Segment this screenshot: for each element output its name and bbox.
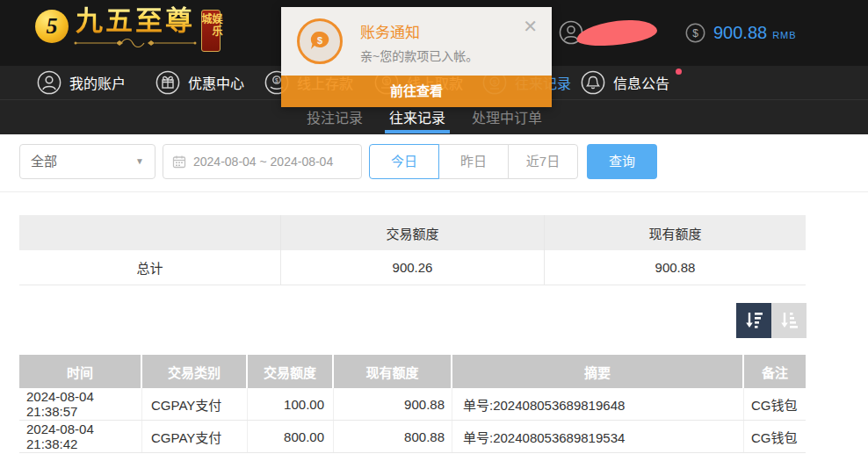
cell-remark: CG钱包 [744,421,806,452]
summary-header-row: 交易额度 现有额度 [19,215,806,250]
cell-time: 2024-08-04 21:38:57 [19,388,142,420]
summary-header-transaction: 交易额度 [281,215,545,250]
cell-amount: 100.00 [248,388,334,420]
sort-asc-button[interactable] [771,303,807,338]
money-message-icon: $ [297,18,343,64]
summary-total-balance: 900.88 [545,250,806,285]
cell-type: CGPAY支付 [142,421,248,452]
nav-label: 我的账户 [69,72,126,93]
col-header-type: 交易类别 [142,355,248,388]
go-check-button[interactable]: 前往查看 [281,76,552,107]
cell-summary: 单号:202408053689819648 [452,388,744,420]
nav-label: 优惠中心 [188,72,244,93]
tab-label: 往来记录 [389,106,445,127]
sort-amount-asc-icon [779,311,799,330]
yesterday-button[interactable]: 昨日 [438,144,509,179]
divider [0,191,868,192]
col-header-balance: 现有额度 [334,355,452,388]
date-range-input[interactable]: 2024-08-04 ~ 2024-08-04 [163,144,362,179]
tab-label: 投注记录 [307,106,363,127]
notification-popup: $ 账务通知 亲~您的款项已入帐。 ✕ 前往查看 [281,7,552,107]
category-select-value: 全部 [31,154,57,169]
cell-time: 2024-08-04 21:38:42 [19,421,142,452]
balance-amount: 900.88 [713,23,767,43]
col-header-amount: 交易额度 [248,355,334,388]
sort-desc-button[interactable] [736,303,771,338]
today-button[interactable]: 今日 [369,144,439,179]
cell-balance: 900.88 [334,388,452,420]
summary-header-empty [19,215,281,250]
cell-amount: 800.00 [248,421,334,452]
calendar-icon [172,155,186,169]
transactions-table: 时间 交易类别 交易额度 现有额度 摘要 备注 2024-08-04 21:38… [19,355,806,453]
active-tab-underline [385,130,450,133]
summary-table: 交易额度 现有额度 总计 900.26 900.88 [19,215,806,285]
nav-item-announcements[interactable]: 信息公告 [581,66,669,99]
svg-text:$: $ [317,35,322,46]
col-header-remark: 备注 [744,355,806,388]
logo-badge: 娱乐城 [201,10,221,52]
notification-dot [676,68,682,75]
close-icon[interactable]: ✕ [523,18,538,35]
search-button[interactable]: 查询 [587,144,657,179]
sort-amount-desc-icon [744,311,763,330]
table-row: 2024-08-04 21:38:42 CGPAY支付 800.00 800.8… [19,421,806,453]
site-logo[interactable]: 5 九五至尊 娱乐城 [35,6,221,52]
table-row: 2024-08-04 21:38:57 CGPAY支付 100.00 900.8… [19,388,806,421]
gift-icon [156,70,180,95]
balance-currency: RMB [772,25,796,40]
cell-summary: 单号:202408053689819534 [452,421,744,452]
category-select[interactable]: 全部 ▼ [19,144,156,179]
col-header-time: 时间 [19,355,142,388]
summary-total-label: 总计 [19,250,281,285]
last7days-button[interactable]: 近7日 [508,144,578,179]
cell-remark: CG钱包 [744,388,806,420]
user-icon [37,70,61,95]
user-account[interactable] [559,20,657,45]
logo-title: 九五至尊 [76,6,195,36]
logo-flourish-icon [74,38,197,48]
sort-controls [736,303,807,338]
date-range-value: 2024-08-04 ~ 2024-08-04 [193,155,333,169]
popup-message: 亲~您的款项已入帐。 [360,47,478,64]
nav-label: 信息公告 [613,72,669,93]
cell-type: CGPAY支付 [142,388,248,420]
cell-balance: 800.88 [334,421,452,452]
nav-item-my-account[interactable]: 我的账户 [37,66,126,99]
chevron-down-icon: ▼ [135,145,144,178]
col-header-summary: 摘要 [452,355,744,388]
tab-label: 处理中订单 [472,106,542,127]
popup-title: 账务通知 [360,20,420,42]
summary-total-transaction: 900.26 [281,250,545,285]
nav-item-promotions[interactable]: 优惠中心 [156,66,244,99]
username-redaction [575,16,659,49]
svg-text:$: $ [692,27,698,40]
wallet-balance: $ 900.88 RMB [685,23,797,43]
quick-date-group: 今日 昨日 近7日 [369,144,578,179]
table-header-row: 时间 交易类别 交易额度 现有额度 摘要 备注 [19,355,806,388]
logo-emblem-icon: 5 [35,10,69,43]
summary-total-row: 总计 900.26 900.88 [19,250,806,285]
svg-text:$: $ [275,77,278,83]
logo-emblem-digit: 5 [47,13,58,40]
dollar-icon: $ [685,23,705,43]
summary-header-balance: 现有额度 [545,215,806,250]
bell-icon [581,70,605,95]
